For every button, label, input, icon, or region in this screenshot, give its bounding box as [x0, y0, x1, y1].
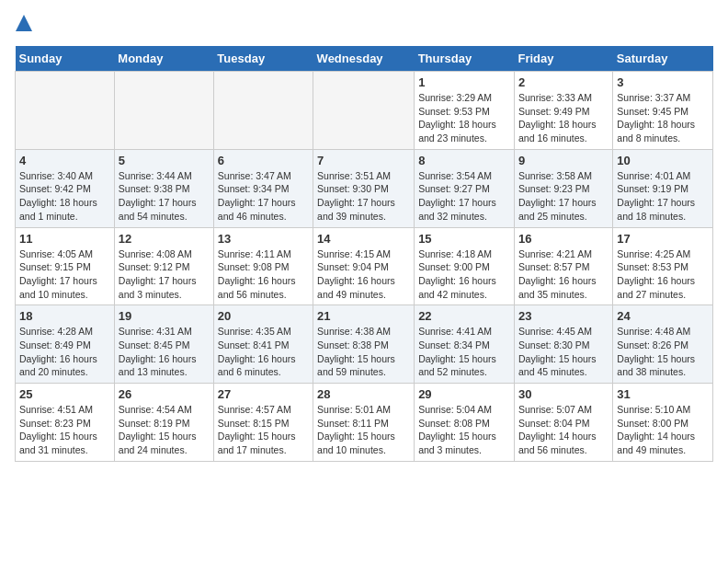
calendar-day-header: Tuesday — [213, 46, 313, 72]
day-number: 7 — [317, 154, 410, 167]
day-number: 5 — [119, 154, 210, 167]
day-number: 6 — [218, 154, 309, 167]
day-number: 19 — [119, 309, 210, 323]
calendar-cell: 26Sunrise: 4:54 AM Sunset: 8:19 PM Dayli… — [114, 384, 213, 462]
day-info: Sunrise: 4:41 AM Sunset: 8:34 PM Dayligh… — [418, 325, 510, 379]
day-info: Sunrise: 4:51 AM Sunset: 8:23 PM Dayligh… — [19, 403, 110, 457]
calendar-cell: 5Sunrise: 3:44 AM Sunset: 9:38 PM Daylig… — [114, 149, 213, 227]
calendar-cell: 1Sunrise: 3:29 AM Sunset: 9:53 PM Daylig… — [415, 72, 515, 150]
calendar-cell: 25Sunrise: 4:51 AM Sunset: 8:23 PM Dayli… — [16, 384, 115, 462]
day-info: Sunrise: 3:58 AM Sunset: 9:23 PM Dayligh… — [518, 169, 609, 224]
calendar-cell: 22Sunrise: 4:41 AM Sunset: 8:34 PM Dayli… — [415, 305, 515, 384]
day-info: Sunrise: 4:54 AM Sunset: 8:19 PM Dayligh… — [119, 403, 210, 457]
calendar-cell: 7Sunrise: 3:51 AM Sunset: 9:30 PM Daylig… — [313, 149, 415, 227]
day-number: 15 — [418, 232, 510, 246]
day-number: 26 — [119, 387, 210, 401]
day-info: Sunrise: 4:01 AM Sunset: 9:19 PM Dayligh… — [617, 169, 709, 224]
day-info: Sunrise: 4:25 AM Sunset: 8:53 PM Dayligh… — [617, 247, 709, 302]
calendar-cell — [213, 72, 313, 150]
day-info: Sunrise: 3:47 AM Sunset: 9:34 PM Dayligh… — [218, 169, 309, 224]
day-info: Sunrise: 3:54 AM Sunset: 9:27 PM Dayligh… — [418, 169, 510, 224]
day-number: 31 — [617, 387, 709, 401]
day-info: Sunrise: 3:37 AM Sunset: 9:45 PM Dayligh… — [617, 91, 709, 145]
calendar-cell: 28Sunrise: 5:01 AM Sunset: 8:11 PM Dayli… — [313, 384, 415, 462]
day-number: 4 — [19, 154, 110, 167]
logo — [15, 15, 32, 35]
day-info: Sunrise: 3:44 AM Sunset: 9:38 PM Dayligh… — [119, 169, 210, 224]
day-info: Sunrise: 4:05 AM Sunset: 9:15 PM Dayligh… — [19, 247, 110, 302]
day-number: 25 — [19, 387, 110, 401]
day-info: Sunrise: 5:10 AM Sunset: 8:00 PM Dayligh… — [617, 403, 709, 457]
calendar-cell: 14Sunrise: 4:15 AM Sunset: 9:04 PM Dayli… — [313, 227, 415, 305]
calendar-cell: 24Sunrise: 4:48 AM Sunset: 8:26 PM Dayli… — [613, 305, 713, 384]
day-info: Sunrise: 3:33 AM Sunset: 9:49 PM Dayligh… — [518, 91, 609, 145]
calendar-cell: 20Sunrise: 4:35 AM Sunset: 8:41 PM Dayli… — [213, 305, 313, 384]
calendar-cell: 8Sunrise: 3:54 AM Sunset: 9:27 PM Daylig… — [415, 149, 515, 227]
day-info: Sunrise: 4:11 AM Sunset: 9:08 PM Dayligh… — [218, 247, 309, 302]
day-number: 17 — [617, 232, 709, 246]
day-number: 21 — [317, 309, 410, 323]
calendar-cell: 30Sunrise: 5:07 AM Sunset: 8:04 PM Dayli… — [514, 384, 612, 462]
day-number: 9 — [518, 154, 609, 167]
calendar-day-header: Wednesday — [313, 46, 415, 72]
calendar-week-row: 25Sunrise: 4:51 AM Sunset: 8:23 PM Dayli… — [16, 384, 713, 462]
day-info: Sunrise: 4:38 AM Sunset: 8:38 PM Dayligh… — [317, 325, 410, 379]
calendar-cell: 23Sunrise: 4:45 AM Sunset: 8:30 PM Dayli… — [514, 305, 612, 384]
day-info: Sunrise: 5:01 AM Sunset: 8:11 PM Dayligh… — [317, 403, 410, 457]
calendar-cell: 19Sunrise: 4:31 AM Sunset: 8:45 PM Dayli… — [114, 305, 213, 384]
calendar-day-header: Friday — [514, 46, 612, 72]
day-number: 24 — [617, 309, 709, 323]
calendar-cell: 6Sunrise: 3:47 AM Sunset: 9:34 PM Daylig… — [213, 149, 313, 227]
day-number: 1 — [418, 75, 510, 89]
day-number: 14 — [317, 232, 410, 246]
calendar-cell: 10Sunrise: 4:01 AM Sunset: 9:19 PM Dayli… — [613, 149, 713, 227]
calendar-cell: 16Sunrise: 4:21 AM Sunset: 8:57 PM Dayli… — [514, 227, 612, 305]
day-info: Sunrise: 4:15 AM Sunset: 9:04 PM Dayligh… — [317, 247, 410, 302]
calendar-day-header: Thursday — [415, 46, 515, 72]
calendar-cell: 18Sunrise: 4:28 AM Sunset: 8:49 PM Dayli… — [16, 305, 115, 384]
day-number: 8 — [418, 154, 510, 167]
calendar-cell: 12Sunrise: 4:08 AM Sunset: 9:12 PM Dayli… — [114, 227, 213, 305]
day-info: Sunrise: 4:21 AM Sunset: 8:57 PM Dayligh… — [518, 247, 609, 302]
day-info: Sunrise: 4:35 AM Sunset: 8:41 PM Dayligh… — [218, 325, 309, 379]
day-info: Sunrise: 5:04 AM Sunset: 8:08 PM Dayligh… — [418, 403, 510, 457]
calendar-cell: 13Sunrise: 4:11 AM Sunset: 9:08 PM Dayli… — [213, 227, 313, 305]
day-number: 16 — [518, 232, 609, 246]
day-number: 28 — [317, 387, 410, 401]
day-number: 22 — [418, 309, 510, 323]
calendar-cell: 27Sunrise: 4:57 AM Sunset: 8:15 PM Dayli… — [213, 384, 313, 462]
calendar-header-row: SundayMondayTuesdayWednesdayThursdayFrid… — [16, 46, 713, 72]
day-info: Sunrise: 4:28 AM Sunset: 8:49 PM Dayligh… — [19, 325, 110, 379]
day-number: 23 — [518, 309, 609, 323]
day-info: Sunrise: 4:48 AM Sunset: 8:26 PM Dayligh… — [617, 325, 709, 379]
day-info: Sunrise: 3:51 AM Sunset: 9:30 PM Dayligh… — [317, 169, 410, 224]
calendar-week-row: 1Sunrise: 3:29 AM Sunset: 9:53 PM Daylig… — [16, 72, 713, 150]
calendar-cell: 9Sunrise: 3:58 AM Sunset: 9:23 PM Daylig… — [514, 149, 612, 227]
page-header — [15, 15, 713, 35]
day-number: 12 — [119, 232, 210, 246]
day-info: Sunrise: 4:18 AM Sunset: 9:00 PM Dayligh… — [418, 247, 510, 302]
calendar-cell: 11Sunrise: 4:05 AM Sunset: 9:15 PM Dayli… — [16, 227, 115, 305]
calendar-day-header: Monday — [114, 46, 213, 72]
calendar-day-header: Saturday — [613, 46, 713, 72]
day-number: 27 — [218, 387, 309, 401]
calendar-week-row: 18Sunrise: 4:28 AM Sunset: 8:49 PM Dayli… — [16, 305, 713, 384]
day-info: Sunrise: 4:31 AM Sunset: 8:45 PM Dayligh… — [119, 325, 210, 379]
calendar-cell: 21Sunrise: 4:38 AM Sunset: 8:38 PM Dayli… — [313, 305, 415, 384]
day-info: Sunrise: 4:45 AM Sunset: 8:30 PM Dayligh… — [518, 325, 609, 379]
calendar-cell — [313, 72, 415, 150]
calendar-cell: 17Sunrise: 4:25 AM Sunset: 8:53 PM Dayli… — [613, 227, 713, 305]
day-number: 18 — [19, 309, 110, 323]
day-info: Sunrise: 4:57 AM Sunset: 8:15 PM Dayligh… — [218, 403, 309, 457]
day-number: 10 — [617, 154, 709, 167]
day-number: 20 — [218, 309, 309, 323]
day-info: Sunrise: 3:40 AM Sunset: 9:42 PM Dayligh… — [19, 169, 110, 224]
calendar-cell: 15Sunrise: 4:18 AM Sunset: 9:00 PM Dayli… — [415, 227, 515, 305]
calendar-cell: 29Sunrise: 5:04 AM Sunset: 8:08 PM Dayli… — [415, 384, 515, 462]
day-number: 13 — [218, 232, 309, 246]
day-info: Sunrise: 3:29 AM Sunset: 9:53 PM Dayligh… — [418, 91, 510, 145]
calendar-cell — [114, 72, 213, 150]
calendar-cell: 3Sunrise: 3:37 AM Sunset: 9:45 PM Daylig… — [613, 72, 713, 150]
logo-triangle-icon — [16, 15, 32, 35]
day-number: 30 — [518, 387, 609, 401]
